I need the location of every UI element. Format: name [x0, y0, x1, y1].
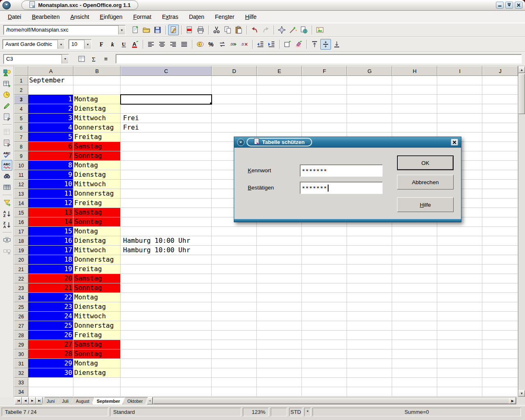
cell-G31[interactable]: [347, 359, 392, 368]
navigator-button[interactable]: [276, 25, 287, 35]
delete-decimal-button[interactable]: .0: [239, 39, 250, 50]
cell-E5[interactable]: [257, 114, 302, 123]
row-header-6[interactable]: 6: [14, 123, 28, 132]
last-sheet-icon[interactable]: ▶|: [36, 397, 43, 404]
sheet-tab-juni[interactable]: Juni: [42, 397, 59, 404]
cell-I6[interactable]: [437, 123, 482, 132]
menu-extras[interactable]: Extras: [157, 11, 184, 22]
sheet-tab-august[interactable]: August: [71, 397, 94, 404]
cell-I1[interactable]: [437, 76, 482, 85]
undo-button[interactable]: [249, 25, 260, 35]
scroll-down-icon[interactable]: ▼: [518, 390, 525, 397]
cell-E3[interactable]: [257, 95, 302, 104]
cell-J19[interactable]: [482, 246, 518, 255]
cell-J12[interactable]: [482, 180, 518, 189]
cell-E32[interactable]: [257, 368, 302, 378]
cell-F3[interactable]: [302, 95, 347, 104]
column-header-J[interactable]: J: [482, 66, 518, 76]
cell-C20[interactable]: [121, 255, 212, 265]
column-header-C[interactable]: C: [121, 66, 212, 76]
cell-D5[interactable]: [212, 114, 257, 123]
cell-B33[interactable]: [73, 378, 121, 387]
group-button[interactable]: [2, 235, 12, 245]
first-sheet-icon[interactable]: |◀: [15, 397, 22, 404]
column-header-E[interactable]: E: [257, 66, 302, 76]
cell-G1[interactable]: [347, 76, 392, 85]
find-replace-button[interactable]: [2, 171, 12, 182]
cell-H32[interactable]: [392, 368, 437, 378]
cell-F22[interactable]: [302, 274, 347, 283]
cell-B1[interactable]: [73, 76, 121, 85]
cell-J5[interactable]: [482, 114, 518, 123]
cell-J18[interactable]: [482, 236, 518, 246]
row-header-19[interactable]: 19: [14, 246, 28, 255]
cell-D24[interactable]: [212, 293, 257, 302]
cell-E19[interactable]: [257, 246, 302, 255]
cell-F30[interactable]: [302, 349, 347, 359]
cell-A20[interactable]: 18: [28, 255, 73, 265]
cell-I23[interactable]: [437, 283, 482, 293]
vertical-scrollbar[interactable]: ▲ ▼: [518, 66, 525, 397]
cell-G25[interactable]: [347, 302, 392, 312]
cell-E33[interactable]: [257, 378, 302, 387]
cell-H17[interactable]: [392, 227, 437, 236]
row-header-20[interactable]: 20: [14, 255, 28, 265]
cell-I18[interactable]: [437, 236, 482, 246]
cell-C31[interactable]: [121, 359, 212, 368]
cell-D28[interactable]: [212, 331, 257, 340]
data-sources-button[interactable]: [2, 182, 12, 193]
cell-D23[interactable]: [212, 283, 257, 293]
cell-D2[interactable]: [212, 85, 257, 95]
cell-G2[interactable]: [347, 85, 392, 95]
row-header-10[interactable]: 10: [14, 161, 28, 170]
column-header-H[interactable]: H: [392, 66, 437, 76]
cell-H29[interactable]: [392, 340, 437, 349]
cell-G20[interactable]: [347, 255, 392, 265]
align-bottom-button[interactable]: [331, 39, 342, 50]
cell-J7[interactable]: [482, 132, 518, 142]
dialog-close-icon[interactable]: [451, 139, 458, 146]
cell-B31[interactable]: Montag: [73, 359, 121, 368]
cell-B27[interactable]: Donnerstag: [73, 321, 121, 331]
background-color-button[interactable]: [293, 39, 304, 50]
cell-A26[interactable]: 24: [28, 312, 73, 321]
sort-descending-button[interactable]: ZA: [2, 219, 12, 230]
decrease-indent-button[interactable]: [255, 39, 266, 50]
ok-button[interactable]: OK: [397, 155, 454, 170]
cell-C21[interactable]: [121, 265, 212, 274]
cell-D6[interactable]: [212, 123, 257, 132]
cell-J22[interactable]: [482, 274, 518, 283]
cell-B16[interactable]: Sonntag: [73, 217, 121, 227]
cell-E18[interactable]: [257, 236, 302, 246]
row-header-1[interactable]: 1: [14, 76, 28, 85]
currency-button[interactable]: [195, 39, 205, 50]
cell-C24[interactable]: [121, 293, 212, 302]
previous-sheet-icon[interactable]: ◀: [22, 397, 29, 404]
cell-H22[interactable]: [392, 274, 437, 283]
sort-ascending-button[interactable]: AZ: [2, 208, 12, 219]
cell-I20[interactable]: [437, 255, 482, 265]
cell-G5[interactable]: [347, 114, 392, 123]
cell-F33[interactable]: [302, 378, 347, 387]
empty-field[interactable]: [271, 408, 287, 416]
cell-I30[interactable]: [437, 349, 482, 359]
align-right-button[interactable]: [168, 39, 178, 50]
font-name-combobox[interactable]: Avant Garde Gothic ▼: [2, 39, 65, 49]
sum-button[interactable]: Σ: [89, 54, 99, 64]
cell-H19[interactable]: [392, 246, 437, 255]
cell-G21[interactable]: [347, 265, 392, 274]
bestaetigen-input[interactable]: *******: [300, 182, 383, 194]
cell-A16[interactable]: 14: [28, 217, 73, 227]
cell-I2[interactable]: [437, 85, 482, 95]
cell-E28[interactable]: [257, 331, 302, 340]
cell-I3[interactable]: [437, 95, 482, 104]
cell-F26[interactable]: [302, 312, 347, 321]
scroll-right-icon[interactable]: ▶: [509, 397, 516, 404]
cell-H30[interactable]: [392, 349, 437, 359]
row-header-18[interactable]: 18: [14, 236, 28, 246]
cell-F2[interactable]: [302, 85, 347, 95]
cell-A23[interactable]: 21: [28, 283, 73, 293]
cell-J24[interactable]: [482, 293, 518, 302]
cell-G27[interactable]: [347, 321, 392, 331]
cell-J8[interactable]: [482, 142, 518, 151]
